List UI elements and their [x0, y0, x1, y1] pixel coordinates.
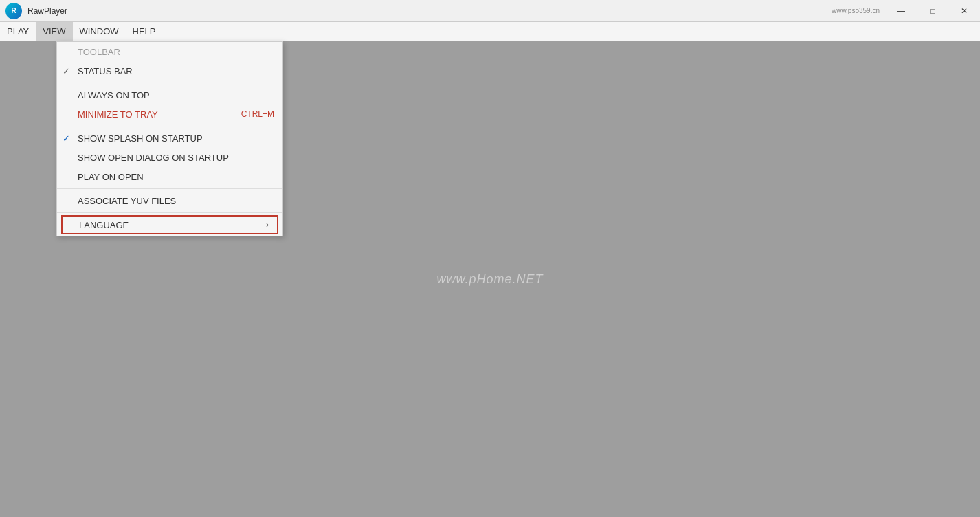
shortcut-minimize-to-tray: CTRL+M	[241, 109, 274, 119]
separator-4	[57, 212, 282, 213]
separator-3	[57, 188, 282, 189]
app-title: RawPlayer	[27, 6, 832, 16]
dropdown-item-toolbar[interactable]: TOOLBAR	[57, 42, 282, 61]
view-dropdown-menu: TOOLBAR ✓ STATUS BAR ALWAYS ON TOP MINIM…	[56, 41, 283, 236]
menu-play[interactable]: PLAY	[0, 22, 36, 41]
check-icon-status-bar: ✓	[63, 66, 70, 76]
separator-2	[57, 126, 282, 126]
title-bar: R RawPlayer www.pso359.cn — □ ✕	[0, 0, 980, 22]
minimize-button[interactable]: —	[885, 0, 917, 22]
title-watermark: www.pso359.cn	[832, 7, 880, 14]
dropdown-item-play-on-open[interactable]: PLAY ON OPEN	[57, 167, 282, 186]
submenu-arrow-language: ›	[266, 220, 269, 230]
close-button[interactable]: ✕	[948, 0, 980, 22]
menu-bar: PLAY VIEW WINDOW HELP	[0, 22, 980, 41]
dropdown-item-show-splash[interactable]: ✓ SHOW SPLASH ON STARTUP	[57, 129, 282, 148]
dropdown-item-language[interactable]: LANGUAGE ›	[61, 215, 278, 234]
separator-1	[57, 82, 282, 83]
window-controls: — □ ✕	[885, 0, 980, 22]
menu-help[interactable]: HELP	[126, 22, 163, 41]
dropdown-item-minimize-to-tray[interactable]: MINIMIZE TO TRAY CTRL+M	[57, 104, 282, 124]
menu-view[interactable]: VIEW	[36, 22, 72, 41]
check-icon-show-splash: ✓	[63, 133, 70, 144]
maximize-button[interactable]: □	[917, 0, 948, 22]
app-logo: R	[3, 0, 25, 22]
dropdown-item-associate-yuv[interactable]: ASSOCIATE YUV FILES	[57, 191, 282, 210]
main-watermark: www.pHome.NET	[436, 272, 543, 287]
dropdown-item-status-bar[interactable]: ✓ STATUS BAR	[57, 61, 282, 80]
dropdown-item-show-open-dialog[interactable]: SHOW OPEN DIALOG ON STARTUP	[57, 148, 282, 167]
logo-circle: R	[5, 3, 22, 19]
menu-window[interactable]: WINDOW	[73, 22, 126, 41]
dropdown-item-always-on-top[interactable]: ALWAYS ON TOP	[57, 85, 282, 104]
